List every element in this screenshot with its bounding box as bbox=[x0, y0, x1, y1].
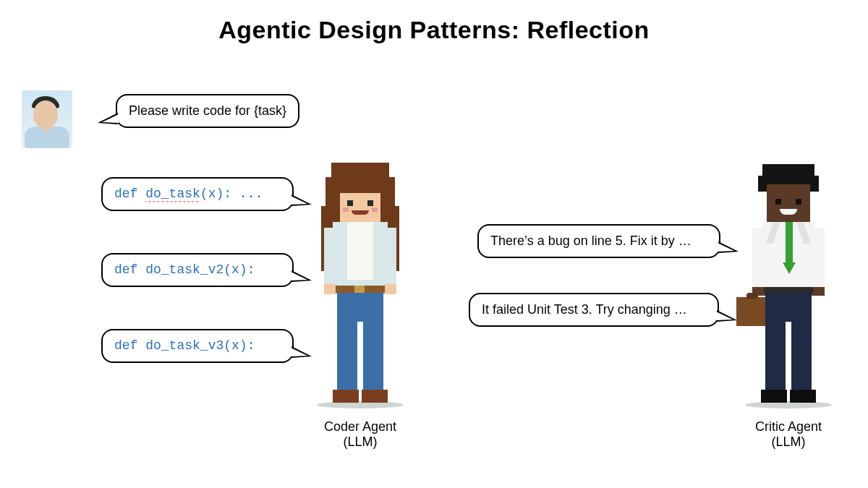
code-rest: (x): bbox=[224, 262, 255, 277]
critic-agent-figure bbox=[731, 163, 846, 408]
coder-bubble-3: def do_task_v3(x): bbox=[101, 329, 294, 363]
code-fn-name: do_task bbox=[145, 187, 200, 202]
code-rest: (x): ... bbox=[200, 187, 263, 201]
user-request-bubble: Please write code for {task} bbox=[116, 94, 299, 128]
code-fn-name: do_task_v3 bbox=[145, 338, 224, 353]
page-title: Agentic Design Patterns: Reflection bbox=[0, 16, 868, 44]
code-keyword: def bbox=[114, 187, 145, 201]
critic-agent-label-line1: Critic Agent bbox=[755, 419, 822, 434]
code-rest: (x): bbox=[224, 338, 255, 353]
coder-bubble-1: def do_task(x): ... bbox=[101, 177, 294, 211]
critic-bubble-2-text: It failed Unit Test 3. Try changing … bbox=[482, 302, 687, 317]
diagram-canvas: Agentic Design Patterns: Reflection Plea… bbox=[0, 0, 868, 488]
critic-agent-label-line2: (LLM) bbox=[771, 435, 805, 449]
user-avatar bbox=[22, 90, 72, 148]
critic-bubble-1: There’s a bug on line 5. Fix it by … bbox=[477, 224, 720, 258]
coder-agent-label: Coder Agent (LLM) bbox=[295, 419, 425, 449]
code-keyword: def bbox=[114, 338, 145, 353]
critic-bubble-2: It failed Unit Test 3. Try changing … bbox=[469, 293, 719, 327]
critic-bubble-1-text: There’s a bug on line 5. Fix it by … bbox=[490, 234, 692, 248]
critic-agent-label: Critic Agent (LLM) bbox=[723, 419, 854, 449]
coder-bubble-2: def do_task_v2(x): bbox=[101, 253, 294, 287]
code-keyword: def bbox=[114, 262, 145, 277]
coder-agent-label-line1: Coder Agent bbox=[324, 419, 396, 434]
code-fn-name: do_task_v2 bbox=[145, 262, 224, 277]
user-request-text: Please write code for {task} bbox=[129, 103, 286, 118]
coder-agent-label-line2: (LLM) bbox=[343, 435, 377, 449]
coder-agent-figure bbox=[302, 163, 418, 408]
